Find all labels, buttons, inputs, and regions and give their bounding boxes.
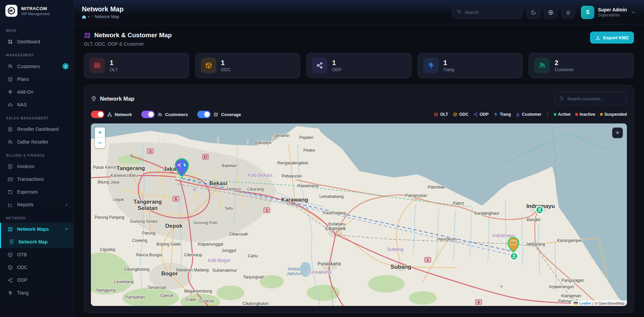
map-label: Patrol [453, 201, 464, 206]
globe-icon [548, 9, 554, 15]
airport-icon: ✈ [499, 284, 503, 289]
toggle-switch[interactable] [197, 111, 211, 118]
map-label: Tangerang [116, 165, 145, 171]
pin-icon [8, 239, 14, 245]
olt-icon [434, 112, 438, 117]
map-label: Jatibarang [526, 242, 545, 247]
zoom-out-button[interactable]: − [95, 138, 105, 148]
signpost-icon [7, 290, 13, 296]
notifications-button[interactable] [561, 6, 575, 19]
map-label: Cigudeg [100, 247, 115, 252]
sidebar-item-label: Network Map [18, 239, 69, 245]
map-label: Cikarang [247, 187, 264, 192]
sidebar-item-daftar-reseller[interactable]: Daftar Reseller [0, 136, 73, 148]
map-label: Cikampek [325, 226, 346, 231]
leaflet-link[interactable]: Leaflet [579, 301, 591, 305]
sidebar-item-label: NAS [17, 102, 69, 107]
toggle-customers[interactable]: Customers [141, 111, 188, 118]
sidebar-item-plans[interactable]: Plans [0, 73, 73, 86]
sidebar-item-reseller-dashboard[interactable]: Reseller Dashboard [0, 123, 73, 136]
map-label: Pejaten [299, 135, 313, 140]
sidebar-item-add-on[interactable]: Add-On [0, 86, 73, 98]
stats-row: 1OLT1ODC1ODP1Tiang2Customer [84, 53, 634, 78]
users-icon [7, 63, 13, 69]
map-label: Klangenan [561, 294, 581, 298]
stat-card-olt: 1OLT [84, 53, 189, 78]
map-label: Waduk [288, 267, 301, 271]
puzzle-icon [7, 89, 13, 95]
map-label: Purwakarta [307, 269, 332, 275]
toggle-coverage[interactable]: Coverage [197, 111, 241, 118]
zoom-in-button[interactable]: + [95, 127, 105, 138]
box-icon [7, 76, 13, 82]
search-icon [457, 9, 462, 15]
sidebar-item-label: Network Maps [17, 226, 60, 232]
grid-icon [7, 39, 13, 45]
sidebar-item-label: OTB [17, 252, 69, 257]
toggle-switch[interactable] [91, 111, 104, 118]
customer-search-input[interactable] [567, 96, 626, 101]
toggle-network[interactable]: Network [91, 111, 132, 118]
customer-marker[interactable] [536, 206, 543, 214]
svg-text:4: 4 [478, 300, 480, 304]
card-icon [7, 176, 13, 182]
map-controls-row: NetworkCustomersCoverage OLTODCODPTiangC… [91, 111, 627, 118]
map-label: Kab Bogor [208, 258, 231, 263]
mapfold-icon [7, 226, 13, 232]
sidebar-item-reports[interactable]: Reports [0, 198, 73, 211]
osm-attribution[interactable]: © OpenStreetMap [595, 301, 625, 305]
user-menu[interactable]: S Super Admin Superadmin [581, 6, 636, 19]
sidebar-item-customers[interactable]: Customers2 [0, 60, 73, 73]
map-label: Jonggol [222, 248, 236, 253]
sidebar-item-tiang[interactable]: Tiang [0, 286, 73, 299]
server-icon [7, 102, 13, 108]
global-search-input[interactable] [465, 10, 524, 15]
sidebar-item-label: Reseller Dashboard [17, 126, 69, 132]
stat-label: Tiang [443, 67, 454, 72]
toggle-switch[interactable] [141, 111, 155, 118]
map-label: Pamanukan [405, 193, 427, 198]
map-icon [84, 32, 91, 39]
map-label: Jamantri [273, 133, 289, 138]
sidebar-item-network-map[interactable]: Network Map [0, 235, 73, 248]
nav-section-network: NETWORK [0, 211, 73, 223]
breadcrumb-current: Network Map [95, 14, 119, 19]
sidebar-item-nas[interactable]: NAS [0, 98, 73, 111]
share-icon [473, 112, 478, 117]
sidebar-item-expenses[interactable]: Expenses [0, 186, 73, 198]
export-kmz-button[interactable]: Export KMZ [590, 32, 634, 44]
map-label: Karangampel [557, 238, 582, 243]
sidebar-item-network-maps[interactable]: Network Maps [0, 223, 73, 235]
sidebar-item-dashboard[interactable]: Dashboard [0, 35, 73, 48]
map-label: Nanggung [96, 288, 115, 293]
share-icon [7, 277, 13, 283]
map-label: Subang [390, 264, 411, 270]
map-attribution: Leaflet | © OpenStreetMap [571, 301, 627, 306]
language-button[interactable] [544, 6, 557, 19]
customer-marker[interactable] [511, 253, 518, 260]
map-label: Bangkir [527, 217, 541, 222]
toggle-label: Network [115, 112, 132, 117]
map-label: Haurgeulis [437, 237, 457, 242]
sidebar-item-invoices[interactable]: Invoices [0, 160, 73, 173]
theme-toggle-button[interactable] [527, 6, 540, 19]
map-label: Tamansari [147, 285, 166, 290]
user-role: Superadmin [598, 13, 627, 17]
map-label: Bogor [161, 270, 178, 277]
road-shield: 3 [147, 149, 154, 154]
sidebar-item-otb[interactable]: OTB [0, 248, 73, 261]
sidebar-item-odc[interactable]: ODC [0, 261, 73, 274]
sidebar-item-odp[interactable]: ODP [0, 274, 73, 286]
map-label: Pasirmalang [323, 211, 346, 215]
map-label: Panguragan [561, 278, 584, 283]
ukraine-flag-icon [574, 302, 578, 305]
map-layers-button[interactable] [612, 127, 623, 138]
map[interactable]: JakartaBekasiTangerangTangerangSelatanDe… [91, 123, 627, 306]
moon-icon [530, 9, 536, 15]
home-icon[interactable] [82, 15, 86, 19]
map-label: Patimban [428, 185, 445, 190]
map-label: Rengasdengklok [277, 161, 309, 165]
chevron-down-icon [631, 10, 636, 15]
stat-label: Customer [554, 67, 573, 72]
sidebar-item-transactions[interactable]: Transactions [0, 173, 73, 186]
